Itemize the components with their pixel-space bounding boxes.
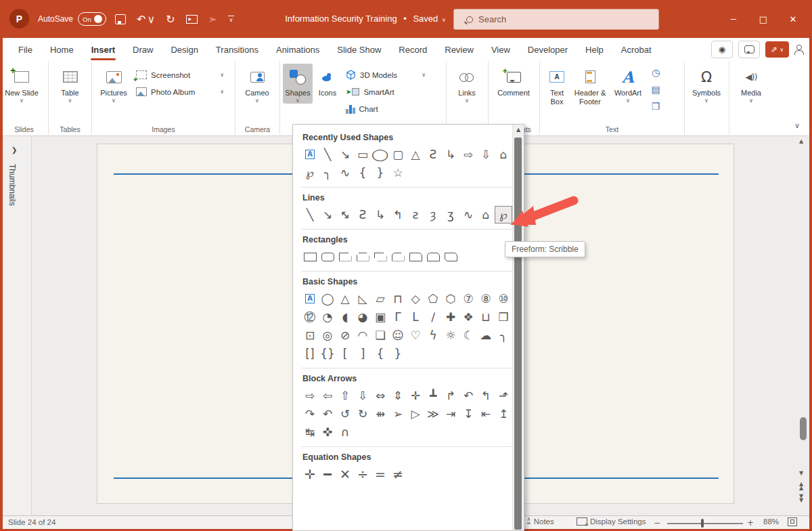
shape-rectangle-top-corners-snipped[interactable] <box>354 248 371 266</box>
shape-curve[interactable]: ∿ <box>459 206 477 224</box>
shape-arrow-bent-up[interactable]: ⬏ <box>495 387 512 404</box>
shape-regular-pentagon[interactable]: ⬠ <box>424 290 442 307</box>
shape-arrow-down[interactable]: ⇩ <box>354 387 371 404</box>
shape-diamond[interactable]: ◇ <box>407 290 424 307</box>
cameo-button[interactable]: Cameo ∨ <box>238 64 276 104</box>
shape-l-shape[interactable]: L <box>407 308 424 326</box>
insert-slide-number-button[interactable]: ▤ <box>648 82 663 97</box>
shape-rectangle-rounded-corners[interactable] <box>319 248 336 266</box>
zoom-in-button[interactable]: + <box>747 518 754 528</box>
shape-cylinder[interactable]: ⊔ <box>477 308 495 326</box>
shape-arrow-left-up[interactable]: ↰ <box>477 387 495 404</box>
shape-freeform-scribble[interactable]: ℘ <box>301 164 319 182</box>
insert-object-button[interactable]: ❐ <box>648 99 663 114</box>
undo-button[interactable]: ↶∨ <box>137 13 155 26</box>
shape-left-brace[interactable]: { <box>354 164 371 182</box>
collapse-ribbon-icon[interactable]: ∨ <box>794 121 800 130</box>
shape-plaque[interactable]: ❖ <box>459 308 477 326</box>
shape-arrow-notched-right[interactable]: ➢ <box>389 405 407 423</box>
zoom-level[interactable]: 88% <box>763 517 779 526</box>
scroll-down-button[interactable]: ▼ <box>799 470 803 476</box>
shape-half-frame[interactable]: Γ <box>389 308 407 326</box>
vertical-scrollbar-thumb[interactable] <box>800 417 807 440</box>
minimize-button[interactable]: ─ <box>719 0 748 38</box>
shape-connector-elbow-arrow[interactable]: ↳ <box>442 146 459 163</box>
shape-rectangle-top-corners-one-rounded-and-one-snipped[interactable] <box>389 248 407 266</box>
shape-cloud[interactable]: ☁ <box>477 326 495 344</box>
tab-design[interactable]: Design <box>162 38 206 61</box>
shape-arrow-right[interactable]: ⇨ <box>459 146 477 163</box>
shape-connector-curved[interactable]: ƨ <box>407 206 424 224</box>
dropdown-scrollbar[interactable]: ▲ <box>512 125 524 530</box>
shape-connector-elbow-arrow[interactable]: ↳ <box>371 206 389 224</box>
shape-arrow-up-down[interactable]: ⇕ <box>389 387 407 404</box>
shape-trapezoid[interactable]: ⊓ <box>389 290 407 307</box>
search-input[interactable]: Search <box>453 9 659 30</box>
shape-math-division[interactable]: ÷ <box>354 465 371 483</box>
shape-arrow-down[interactable]: ⇩ <box>477 146 495 163</box>
tab-insert[interactable]: Insert <box>83 38 124 61</box>
tab-slide-show[interactable]: Slide Show <box>328 38 390 61</box>
shape-bevel[interactable]: ⊡ <box>301 326 319 344</box>
display-settings-button[interactable]: Display Settings <box>577 517 646 526</box>
shape-callout-quad-arrow[interactable]: ✜ <box>319 423 336 441</box>
shape-hexagon[interactable]: ⬡ <box>442 290 459 307</box>
shape-heptagon[interactable]: ⑦ <box>459 290 477 307</box>
shape-sun[interactable]: ☼ <box>442 326 459 344</box>
smartart-button[interactable]: ➤ SmartArt <box>342 83 429 100</box>
new-slide-button[interactable]: New Slide ∨ <box>3 64 41 104</box>
shape-connector-elbow-double-arrow[interactable]: ↰ <box>389 206 407 224</box>
photo-album-button[interactable]: Photo Album ∨ <box>133 83 227 100</box>
shape-arrow-circular[interactable]: ∩ <box>336 423 354 441</box>
shape-arrow-curved-left[interactable]: ↶ <box>319 405 336 423</box>
shape-arrow-quad[interactable]: ✛ <box>407 387 424 404</box>
people-presence-icon[interactable] <box>794 45 803 54</box>
shape-callout-left-arrow[interactable]: ⇤ <box>477 405 495 423</box>
shape-no-symbol[interactable]: ⊘ <box>336 326 354 344</box>
shape-line-arrow[interactable]: ↘ <box>319 206 336 224</box>
shape-rectangle-top-corners-rounded[interactable] <box>424 248 442 266</box>
shape-arrow-left-right[interactable]: ⇔ <box>371 387 389 404</box>
shape-oval[interactable]: ◯ <box>319 290 336 307</box>
powerpoint-logo-icon[interactable]: P <box>9 9 29 28</box>
tab-draw[interactable]: Draw <box>124 38 162 61</box>
shape-pie[interactable]: ◔ <box>319 308 336 326</box>
tab-file[interactable]: File <box>9 38 41 61</box>
saved-status[interactable]: Saved <box>413 14 438 24</box>
next-slide-button[interactable]: ▼▼ <box>799 494 803 502</box>
shape-isosceles-triangle[interactable]: △ <box>336 290 354 307</box>
shape-teardrop[interactable]: ◕ <box>354 308 371 326</box>
icons-button[interactable]: Icons <box>313 64 342 98</box>
shape-text-box[interactable]: A <box>301 146 319 163</box>
shape-right-brace[interactable]: } <box>389 345 407 362</box>
shape-rectangle-rounded-corners[interactable]: ▢ <box>389 146 407 163</box>
shape-rectangle[interactable] <box>301 248 319 266</box>
shape-cube[interactable]: ❒ <box>495 308 512 326</box>
shape-curve[interactable]: ∿ <box>336 164 354 182</box>
shape-freeform-shape[interactable]: ⌂ <box>477 206 495 224</box>
tab-home[interactable]: Home <box>41 38 83 61</box>
start-slideshow-icon[interactable] <box>186 15 198 24</box>
shape-connector-curved-arrow[interactable]: ȝ <box>424 206 442 224</box>
chart-button[interactable]: Chart <box>342 100 429 117</box>
comment-button[interactable]: Comment <box>491 64 536 98</box>
3d-models-button[interactable]: 3D Models ∨ <box>342 66 429 83</box>
close-button[interactable]: ✕ <box>778 0 808 38</box>
shape-arrow-chevron[interactable]: ≫ <box>424 405 442 423</box>
shape-line-arrow[interactable]: ↘ <box>336 146 354 163</box>
shape-arrow-bent[interactable]: ↱ <box>442 387 459 404</box>
zoom-out-button[interactable]: − <box>654 518 660 528</box>
shape-arrow-striped-right[interactable]: ⇻ <box>371 405 389 423</box>
tab-review[interactable]: Review <box>436 38 482 61</box>
shape-isosceles-triangle[interactable]: △ <box>407 146 424 163</box>
shape-frame[interactable]: ▣ <box>371 308 389 326</box>
notes-button[interactable]: ∧≡ Notes <box>526 517 554 526</box>
shape-arc[interactable]: ╮ <box>495 326 512 344</box>
screenshot-button[interactable]: Screenshot ∨ <box>133 66 227 83</box>
shape-arrow-up[interactable]: ⇧ <box>336 387 354 404</box>
shape-rectangle-diagonal-corners-snipped[interactable] <box>371 248 389 266</box>
header-footer-button[interactable]: Header & Footer <box>571 64 609 106</box>
shape-arrow-pentagon[interactable]: ▷ <box>407 405 424 423</box>
shape-left-brace[interactable]: { <box>371 345 389 362</box>
text-box-button[interactable]: A Text Box <box>543 64 571 106</box>
